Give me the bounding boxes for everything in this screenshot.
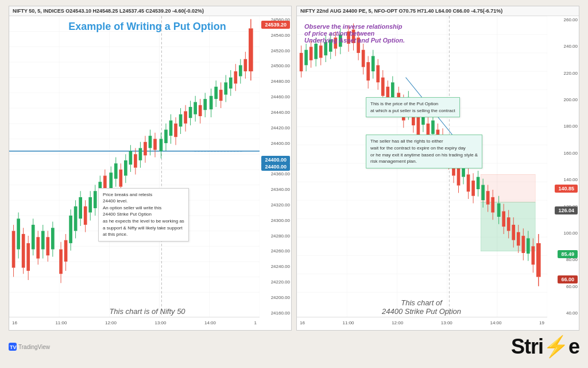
left-chart-subtitle: This chart is of Nifty 50	[38, 307, 257, 316]
svg-rect-42	[36, 237, 40, 258]
ry-label-11: 60.00	[546, 284, 578, 289]
svg-rect-231	[362, 50, 365, 67]
svg-rect-240	[376, 65, 380, 82]
svg-rect-102	[169, 120, 173, 136]
svg-rect-99	[164, 129, 168, 143]
svg-rect-63	[74, 206, 78, 231]
charts-wrapper: NIFTY 50, 5, INDICES O24543.10 H24548.25…	[0, 0, 588, 334]
x-label-14: 14:00	[204, 320, 216, 325]
rx-label-19: 19	[539, 320, 544, 325]
svg-rect-33	[22, 234, 25, 268]
svg-rect-81	[114, 163, 118, 179]
y-label-15: 24280.00	[258, 233, 290, 239]
svg-rect-162	[203, 99, 207, 110]
right-price-badge-4: 66.00	[558, 275, 578, 283]
svg-rect-126	[234, 71, 237, 83]
left-chart-symbol: NIFTY 50, 5, INDICES O24543.10 H24548.25…	[13, 8, 204, 14]
y-label-20: 24160.00	[258, 310, 290, 316]
ry-label-3: 220.00	[546, 71, 578, 76]
svg-text:TV: TV	[10, 344, 17, 350]
left-support-badge-2: 24400.00	[261, 163, 290, 171]
left-chart-title: Example of Writing a Put Option	[38, 21, 257, 33]
svg-rect-144	[149, 136, 152, 148]
y-label-2: 24540.00	[258, 33, 290, 38]
y-label-17: 24240.00	[258, 264, 290, 269]
right-price-badge-2: 126.04	[555, 206, 578, 214]
svg-rect-90	[129, 151, 133, 164]
svg-rect-273	[431, 120, 435, 133]
x-label-11: 11:00	[55, 320, 67, 325]
y-label-4: 24500.00	[258, 63, 290, 68]
svg-rect-314	[497, 204, 501, 217]
tradingview-icon: TV	[9, 343, 17, 351]
y-label-8: 24420.00	[258, 125, 290, 131]
svg-rect-264	[417, 117, 420, 136]
svg-rect-308	[486, 191, 490, 204]
svg-rect-237	[372, 56, 375, 71]
svg-rect-108	[179, 114, 183, 126]
y-label-16: 24260.00	[258, 248, 290, 254]
svg-rect-326	[517, 232, 520, 246]
svg-rect-150	[184, 111, 187, 123]
svg-rect-320	[507, 217, 510, 231]
svg-rect-159	[199, 105, 202, 116]
svg-rect-93	[134, 154, 137, 167]
svg-rect-147	[153, 139, 157, 150]
rx-label-13: 13:00	[441, 320, 452, 325]
svg-rect-66	[79, 197, 82, 218]
right-annotation-box-2: The seller has all the rights to either …	[366, 135, 482, 168]
y-label-13: 24320.00	[258, 202, 290, 208]
ry-label-4: 200.00	[546, 97, 578, 102]
left-chart-svg	[9, 16, 260, 317]
svg-rect-156	[194, 102, 197, 114]
left-chart-panel: NIFTY 50, 5, INDICES O24543.10 H24548.25…	[9, 6, 292, 331]
y-label-14: 24300.00	[258, 218, 290, 223]
svg-rect-27	[12, 231, 16, 268]
svg-rect-141	[144, 142, 147, 155]
x-label-13: 13:00	[154, 320, 166, 325]
svg-rect-84	[119, 170, 122, 187]
y-label-5: 24480.00	[258, 79, 290, 84]
ry-label-6: 160.00	[546, 151, 578, 156]
rx-label-12: 12:00	[392, 320, 403, 325]
svg-rect-329	[536, 243, 541, 277]
svg-rect-87	[124, 160, 127, 176]
tradingview-logo: TV TradingView	[9, 343, 50, 351]
left-current-price-badge: 24539.20	[261, 21, 290, 29]
svg-rect-69	[84, 206, 87, 225]
x-label-12: 12:00	[105, 320, 117, 325]
svg-rect-129	[249, 28, 253, 71]
svg-rect-207	[319, 45, 323, 57]
y-label-19: 24200.00	[258, 295, 290, 300]
rx-label-14: 14:00	[490, 320, 501, 325]
svg-rect-311	[491, 197, 494, 213]
right-chart-panel: NIFTY 22nd AUG 24400 PE, 5, NFO-OPT O70.…	[296, 6, 579, 331]
svg-rect-75	[94, 191, 97, 208]
svg-rect-123	[229, 78, 233, 89]
left-x-axis: 16 11:00 12:00 13:00 14:00 1	[9, 317, 260, 328]
svg-rect-204	[314, 44, 318, 59]
svg-rect-117	[219, 90, 223, 101]
y-label-3: 24520.00	[258, 48, 290, 53]
svg-rect-57	[64, 240, 68, 262]
svg-rect-72	[88, 197, 92, 213]
svg-rect-323	[512, 225, 515, 240]
ry-label-5: 180.00	[546, 124, 578, 129]
right-x-axis: 16 11:00 12:00 13:00 14:00 19	[297, 317, 547, 328]
ry-label-1: 260.00	[546, 17, 578, 22]
rx-label-16: 16	[300, 320, 305, 325]
left-annotation-text: Price breaks and retests 24400 level. An…	[103, 191, 184, 238]
svg-rect-45	[41, 231, 45, 250]
svg-rect-120	[224, 82, 227, 94]
svg-rect-198	[304, 50, 308, 66]
right-chart-subtitle: This chart of 24400 Strike Put Option	[300, 298, 543, 316]
svg-rect-39	[32, 225, 35, 250]
right-annotation-text-2: The seller has all the rights to either …	[370, 138, 478, 164]
svg-rect-54	[59, 250, 63, 274]
left-annotation-box: Price breaks and retests 24400 level. An…	[98, 188, 189, 241]
svg-rect-96	[160, 139, 163, 151]
left-chart-body: Example of Writing a Put Option	[9, 16, 291, 328]
svg-rect-105	[174, 124, 177, 137]
right-price-badge-1: 140.85	[555, 185, 578, 193]
svg-rect-210	[324, 42, 327, 55]
